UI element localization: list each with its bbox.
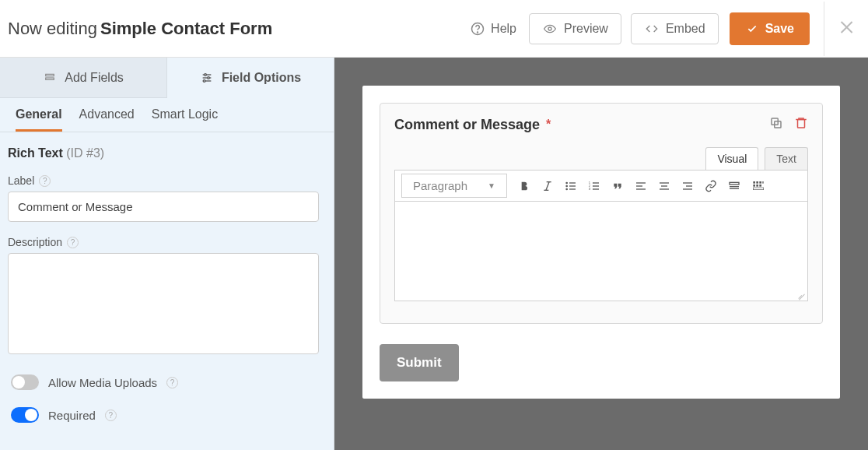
label-input[interactable] [8, 192, 319, 222]
check-icon [745, 23, 759, 34]
close-button[interactable] [838, 18, 857, 40]
help-icon[interactable]: ? [166, 377, 178, 388]
field-block-rich-text[interactable]: Comment or Message * Visual Text [380, 103, 823, 324]
row-label: Label ? [8, 174, 326, 222]
fields-icon [43, 72, 57, 83]
svg-rect-46 [756, 185, 758, 187]
description-label: Description ? [8, 236, 326, 248]
rte-format-value: Paragraph [413, 179, 467, 192]
svg-point-2 [548, 27, 551, 30]
svg-point-19 [566, 185, 567, 186]
sidebar-tabs: Add Fields Field Options [0, 58, 334, 98]
align-right-icon[interactable] [681, 180, 694, 192]
svg-point-8 [208, 76, 210, 79]
svg-rect-41 [753, 181, 755, 184]
svg-rect-47 [759, 185, 761, 187]
rte-format-select[interactable]: Paragraph ▼ [401, 174, 507, 198]
rte-toolbar: Paragraph ▼ 123 [394, 170, 808, 202]
svg-rect-38 [730, 182, 739, 185]
tab-field-options[interactable]: Field Options [167, 58, 334, 98]
switch-media-uploads[interactable] [11, 374, 39, 390]
description-textarea[interactable] [8, 253, 319, 354]
svg-rect-13 [798, 120, 805, 128]
rte-tab-visual[interactable]: Visual [705, 147, 758, 170]
bullet-list-icon[interactable] [565, 180, 577, 192]
preview-button[interactable]: Preview [529, 13, 621, 44]
tab-field-options-label: Field Options [222, 71, 301, 85]
svg-point-1 [478, 32, 478, 33]
title-form-name: Simple Contact Form [100, 19, 272, 39]
svg-rect-43 [759, 181, 761, 184]
svg-point-17 [566, 182, 567, 183]
svg-point-10 [203, 79, 205, 82]
resize-handle-icon[interactable] [796, 290, 806, 299]
save-label: Save [765, 22, 794, 36]
preview-label: Preview [564, 22, 608, 36]
svg-point-6 [205, 73, 207, 76]
svg-rect-4 [46, 78, 54, 79]
row-description: Description ? [8, 236, 326, 357]
vertical-divider [824, 2, 824, 56]
toggle-required-label: Required [48, 409, 96, 422]
svg-rect-48 [753, 188, 763, 190]
field-actions [769, 116, 808, 133]
save-button[interactable]: Save [730, 12, 810, 45]
help-icon[interactable]: ? [39, 175, 51, 187]
help-button[interactable]: Help [471, 22, 516, 36]
eye-icon [542, 23, 558, 35]
field-header: Comment or Message * [394, 116, 808, 133]
help-label: Help [491, 22, 516, 36]
help-icon [471, 22, 485, 36]
help-icon[interactable]: ? [67, 237, 79, 248]
options-panel: Rich Text (ID #3) Label ? Description ? [0, 132, 334, 446]
link-icon[interactable] [705, 180, 717, 192]
field-id: (ID #3) [66, 146, 104, 160]
delete-field-button[interactable] [794, 116, 808, 133]
rte-tab-text[interactable]: Text [765, 147, 808, 170]
form-card: Comment or Message * Visual Text [362, 86, 840, 399]
numbered-list-icon[interactable]: 123 [588, 180, 600, 192]
toggle-required: Required ? [8, 407, 326, 423]
top-bar: Now editing Simple Contact Form Help Pre… [0, 0, 868, 58]
svg-text:3: 3 [589, 187, 591, 191]
switch-required[interactable] [11, 407, 39, 423]
embed-label: Embed [666, 22, 705, 36]
embed-button[interactable]: Embed [631, 13, 719, 44]
sidebar: Add Fields Field Options General Advance… [0, 58, 334, 450]
svg-rect-3 [46, 74, 54, 76]
submit-button[interactable]: Submit [380, 344, 459, 381]
svg-rect-42 [756, 181, 758, 184]
canvas: Comment or Message * Visual Text [334, 58, 868, 450]
bold-icon[interactable] [518, 180, 530, 192]
field-meta: Rich Text (ID #3) [8, 143, 326, 168]
align-left-icon[interactable] [635, 180, 647, 192]
main-area: Add Fields Field Options General Advance… [0, 58, 868, 450]
toggle-media-label: Allow Media Uploads [48, 376, 157, 389]
tab-add-fields[interactable]: Add Fields [0, 58, 167, 98]
sliders-icon [200, 72, 214, 84]
subtab-smart-logic[interactable]: Smart Logic [152, 107, 218, 132]
chevron-down-icon: ▼ [488, 181, 495, 190]
field-type: Rich Text [8, 146, 63, 160]
duplicate-field-button[interactable] [769, 116, 783, 133]
subtab-general[interactable]: General [16, 107, 62, 132]
rte-content-area[interactable] [394, 202, 808, 301]
subtab-advanced[interactable]: Advanced [79, 107, 135, 132]
help-icon[interactable]: ? [105, 410, 117, 421]
svg-point-21 [566, 188, 567, 189]
tab-add-fields-label: Add Fields [65, 71, 124, 85]
insert-more-icon[interactable] [728, 180, 740, 192]
required-asterisk: * [546, 118, 551, 132]
svg-rect-45 [753, 185, 755, 187]
align-center-icon[interactable] [658, 180, 670, 192]
blockquote-icon[interactable] [611, 180, 624, 192]
title-prefix: Now editing [8, 19, 97, 39]
field-label: Comment or Message [394, 117, 540, 133]
code-icon [644, 23, 660, 35]
svg-rect-44 [762, 181, 763, 184]
label-label: Label ? [8, 174, 326, 187]
toolbar-toggle-icon[interactable] [751, 180, 765, 192]
toggle-media-uploads: Allow Media Uploads ? [8, 374, 326, 390]
sidebar-subtabs: General Advanced Smart Logic [0, 98, 334, 132]
italic-icon[interactable] [541, 180, 554, 192]
